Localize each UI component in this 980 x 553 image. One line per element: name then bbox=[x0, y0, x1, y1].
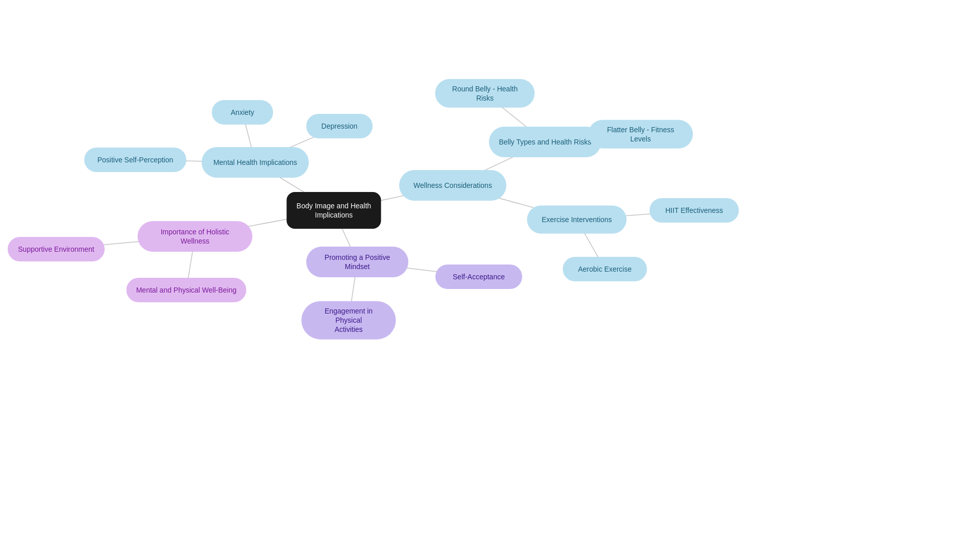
node-physical-activities[interactable]: Engagement in PhysicalActivities bbox=[302, 301, 396, 340]
node-exercise-interventions[interactable]: Exercise Interventions bbox=[527, 206, 627, 234]
node-round-belly[interactable]: Round Belly - Health Risks bbox=[435, 79, 535, 108]
node-supportive[interactable]: Supportive Environment bbox=[8, 237, 105, 261]
mind-map: Body Image and HealthImplicationsMental … bbox=[0, 0, 980, 553]
center-node[interactable]: Body Image and HealthImplications bbox=[287, 192, 381, 229]
node-holistic[interactable]: Importance of Holistic Wellness bbox=[138, 221, 253, 252]
node-hiit[interactable]: HIIT Effectiveness bbox=[650, 198, 739, 223]
node-flatter-belly[interactable]: Flatter Belly - Fitness Levels bbox=[589, 120, 693, 149]
node-depression[interactable]: Depression bbox=[306, 114, 373, 138]
node-mental-health[interactable]: Mental Health Implications bbox=[202, 147, 309, 178]
node-self-acceptance[interactable]: Self-Acceptance bbox=[435, 265, 522, 289]
node-wellness[interactable]: Wellness Considerations bbox=[399, 170, 506, 201]
node-mental-physical[interactable]: Mental and Physical Well-Being bbox=[127, 278, 247, 302]
node-anxiety[interactable]: Anxiety bbox=[212, 100, 273, 125]
node-positive-self[interactable]: Positive Self-Perception bbox=[84, 148, 186, 172]
node-promoting[interactable]: Promoting a Positive Mindset bbox=[306, 247, 408, 277]
node-belly-types[interactable]: Belly Types and Health Risks bbox=[489, 127, 601, 157]
node-aerobic[interactable]: Aerobic Exercise bbox=[563, 257, 647, 281]
